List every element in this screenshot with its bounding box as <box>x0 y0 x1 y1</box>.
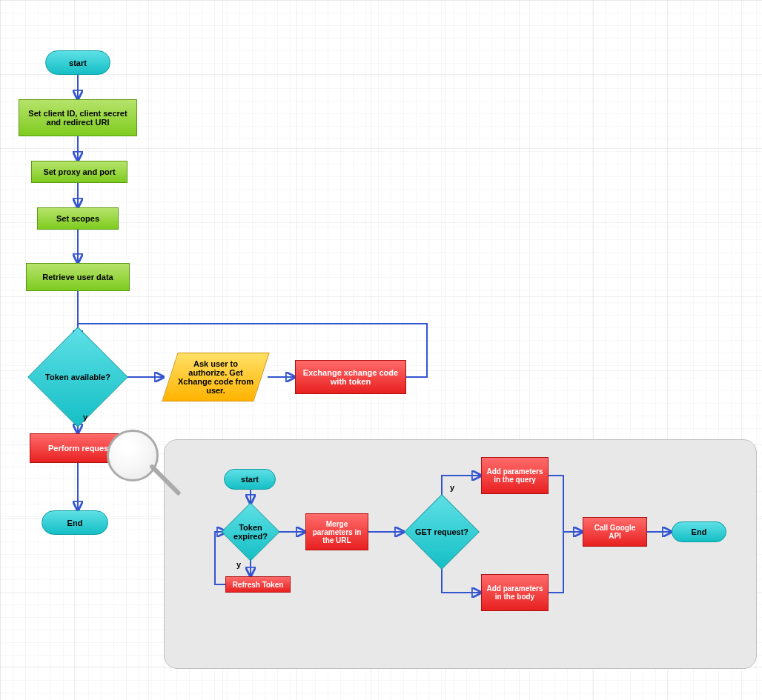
process-perform-request-label: Perform request <box>48 444 111 453</box>
io-ask-user-authorize: Ask user to authorize. Get Xchange code … <box>162 353 269 401</box>
process-exchange-code-label: Exchange xchange code with token <box>300 368 401 386</box>
process-exchange-code: Exchange xchange code with token <box>295 360 406 394</box>
sub-terminator-start: start <box>224 469 276 490</box>
flowchart-canvas: start Set client ID, client secret and r… <box>0 0 762 700</box>
sub-process-add-query-params-label: Add parameters in the query <box>486 467 543 484</box>
process-set-proxy-label: Set proxy and port <box>43 167 115 176</box>
sub-process-merge-params-label: Merge parameters in the URL <box>311 520 363 544</box>
sub-process-add-body-params-label: Add parameters in the body <box>486 584 543 601</box>
process-set-proxy: Set proxy and port <box>31 161 127 183</box>
process-retrieve-user-data: Retrieve user data <box>26 263 130 291</box>
sub-terminator-end: End <box>672 521 726 542</box>
sub-terminator-end-label: End <box>692 527 707 536</box>
process-retrieve-user-data-label: Retrieve user data <box>42 273 113 281</box>
sub-process-refresh-token-label: Refresh Token <box>233 581 284 589</box>
sub-process-call-google-api-label: Call Google API <box>588 524 642 540</box>
sub-process-add-query-params: Add parameters in the query <box>481 457 549 494</box>
io-ask-user-authorize-label: Ask user to authorize. Get Xchange code … <box>175 359 256 395</box>
sub-process-merge-params: Merge parameters in the URL <box>305 513 368 550</box>
process-perform-request: Perform request <box>30 433 130 463</box>
process-set-scopes-label: Set scopes <box>56 214 99 223</box>
terminator-end: End <box>42 510 108 535</box>
terminator-start: start <box>45 50 110 75</box>
terminator-end-label: End <box>67 519 83 527</box>
process-set-client-label: Set client ID, client secret and redirec… <box>24 109 132 127</box>
edge-label-token-available-yes: y <box>83 413 87 421</box>
sub-edge-label-get-request-yes: y <box>450 483 454 492</box>
sub-process-call-google-api: Call Google API <box>583 517 647 547</box>
sub-terminator-start-label: start <box>241 475 259 484</box>
terminator-start-label: start <box>69 59 87 67</box>
sub-edge-label-token-expired-yes: y <box>236 560 241 569</box>
process-set-client: Set client ID, client secret and redirec… <box>19 99 137 136</box>
process-set-scopes: Set scopes <box>37 207 119 230</box>
sub-process-add-body-params: Add parameters in the body <box>481 574 549 611</box>
sub-process-refresh-token: Refresh Token <box>225 576 291 593</box>
